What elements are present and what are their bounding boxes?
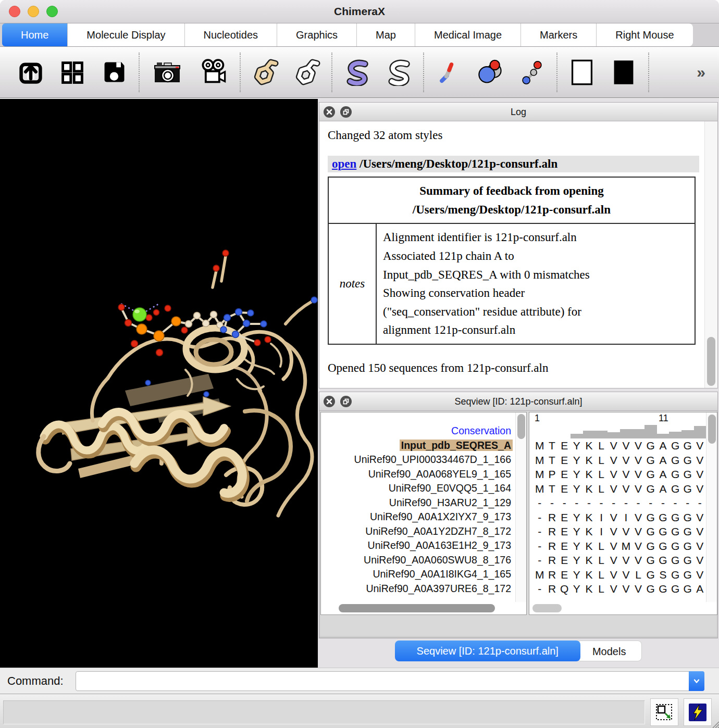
ball-and-stick-style-button[interactable] — [517, 54, 547, 91]
residue-cell[interactable]: K — [583, 553, 596, 568]
residue-cell[interactable]: G — [669, 568, 681, 582]
residue-cell[interactable]: V — [608, 482, 620, 496]
residue-cell[interactable]: Y — [571, 568, 583, 582]
names-vscroll-thumb[interactable] — [517, 414, 525, 439]
residue-cell[interactable]: Y — [571, 453, 583, 468]
sequence-name-row[interactable]: UniRef90_A0A397URE6_8_172 — [321, 582, 515, 596]
residue-cell[interactable]: A — [657, 467, 670, 482]
residue-cell[interactable]: V — [620, 453, 633, 468]
zoom-window-button[interactable] — [46, 6, 58, 17]
residue-cell[interactable]: E — [558, 568, 571, 582]
residue-cell[interactable]: G — [644, 482, 657, 496]
log-close-button[interactable] — [324, 106, 335, 118]
residue-cell[interactable]: - — [657, 496, 670, 510]
ribbon-tab-nucleotides[interactable]: Nucleotides — [185, 23, 278, 46]
alignment-pane[interactable]: 1 11 MTEYKLVVVGAGGVMTEYKLVVVGAGGVMPEYKLV… — [529, 412, 717, 615]
residue-cell[interactable]: M — [620, 539, 633, 554]
residue-cell[interactable]: G — [669, 539, 681, 554]
residue-cell[interactable]: - — [632, 496, 644, 510]
toolbar-overflow-button[interactable]: » — [697, 64, 713, 81]
residue-cell[interactable]: V — [608, 524, 620, 539]
residue-cell[interactable]: V — [694, 482, 704, 496]
alignment-row[interactable]: MTEYKLVVVGAGGV — [534, 438, 704, 453]
residue-cell[interactable]: G — [669, 553, 681, 568]
residue-cell[interactable]: V — [608, 453, 620, 468]
show-cartoons-button[interactable] — [342, 54, 372, 91]
sequence-name-row[interactable]: UniRef90_A0A1X2IYX7_9_173 — [321, 510, 515, 524]
residue-cell[interactable]: V — [608, 539, 620, 554]
residue-cell[interactable]: G — [644, 453, 657, 468]
residue-cell[interactable]: E — [558, 510, 571, 525]
sequence-name-row[interactable]: UniRef90_A0A1Y2DZH7_8_172 — [321, 524, 515, 539]
open-file-button[interactable] — [16, 54, 46, 91]
sequence-name[interactable]: UniRef90_E0VQQ5_1_164 — [387, 482, 513, 494]
close-window-button[interactable] — [9, 6, 20, 17]
residue-cell[interactable]: E — [558, 539, 571, 554]
sphere-style-button[interactable] — [475, 54, 505, 91]
names-hscroll-thumb[interactable] — [339, 604, 495, 612]
ribbon-tab-molecule-display[interactable]: Molecule Display — [68, 23, 184, 46]
residue-cell[interactable]: A — [657, 438, 670, 453]
tab-models[interactable]: Models — [576, 641, 642, 661]
log-scrollbar-thumb[interactable] — [707, 337, 715, 386]
sequence-name[interactable]: UniRef90_H3ARU2_1_129 — [388, 497, 513, 508]
alignment-row[interactable]: -REYKLVVVGGGGV — [534, 553, 704, 568]
sequence-name[interactable]: Conservation — [450, 425, 513, 436]
residue-cell[interactable]: E — [558, 467, 571, 482]
residue-cell[interactable]: V — [608, 510, 620, 525]
residue-cell[interactable]: V — [694, 524, 704, 539]
alignment-vertical-scrollbar[interactable] — [706, 412, 717, 602]
stick-style-button[interactable] — [433, 54, 464, 91]
ribbon-tab-graphics[interactable]: Graphics — [277, 23, 357, 46]
sequence-name[interactable]: UniRef90_A0A1Y2DZH7_8_172 — [364, 525, 513, 537]
residue-cell[interactable]: A — [694, 582, 704, 596]
residue-cell[interactable]: L — [595, 482, 608, 496]
sequence-name-row[interactable]: Input_pdb_SEQRES_A — [321, 438, 515, 453]
residue-cell[interactable]: L — [595, 453, 608, 468]
residue-cell[interactable]: V — [620, 553, 633, 568]
residue-cell[interactable]: V — [694, 568, 704, 582]
residue-cell[interactable]: G — [669, 510, 681, 525]
residue-cell[interactable]: V — [620, 467, 633, 482]
white-background-button[interactable] — [567, 54, 597, 91]
sequence-name[interactable]: UniRef90_A0A068YEL9_1_165 — [367, 468, 513, 480]
ribbon-tab-map[interactable]: Map — [357, 23, 415, 46]
ribbon-tab-right-mouse[interactable]: Right Mouse — [597, 23, 692, 46]
residue-cell[interactable]: G — [644, 438, 657, 453]
residue-cell[interactable]: V — [620, 524, 633, 539]
residue-cell[interactable]: V — [608, 582, 620, 596]
residue-cell[interactable]: G — [644, 568, 657, 582]
residue-cell[interactable]: G — [669, 453, 681, 468]
residue-cell[interactable]: T — [546, 453, 559, 468]
residue-cell[interactable]: V — [694, 438, 704, 453]
residue-cell[interactable]: A — [657, 482, 670, 496]
residue-cell[interactable]: V — [608, 467, 620, 482]
sequence-name[interactable]: UniRef90_UPI000334467D_1_166 — [353, 454, 513, 465]
residue-cell[interactable]: G — [681, 453, 694, 468]
residue-cell[interactable]: M — [534, 467, 546, 482]
residue-cell[interactable]: K — [583, 582, 596, 596]
residue-cell[interactable]: G — [657, 510, 670, 525]
residue-cell[interactable]: L — [632, 568, 644, 582]
minimize-window-button[interactable] — [28, 6, 39, 17]
record-movie-button[interactable] — [197, 54, 230, 91]
residue-cell[interactable]: Y — [571, 438, 583, 453]
residue-cell[interactable]: V — [632, 539, 644, 554]
residue-cell[interactable]: M — [534, 438, 546, 453]
ribbon-tab-markers[interactable]: Markers — [521, 23, 597, 46]
residue-cell[interactable]: G — [644, 582, 657, 596]
command-history-dropdown-button[interactable] — [689, 671, 704, 691]
residue-cell[interactable]: Y — [571, 539, 583, 554]
residue-cell[interactable]: L — [595, 582, 608, 596]
residue-cell[interactable]: G — [644, 467, 657, 482]
residue-cell[interactable]: I — [620, 510, 633, 525]
residue-cell[interactable]: - — [571, 496, 583, 510]
residue-cell[interactable]: - — [534, 524, 546, 539]
alignment-hscroll-thumb[interactable] — [532, 604, 562, 612]
sequence-name-row[interactable]: UniRef90_A0A1I8IKG4_1_165 — [321, 567, 515, 582]
sequence-name-row[interactable]: UniRef90_H3ARU2_1_129 — [321, 496, 515, 510]
residue-cell[interactable]: Y — [571, 510, 583, 525]
open-command-link[interactable]: open — [332, 157, 356, 170]
residue-cell[interactable]: G — [669, 467, 681, 482]
sequence-name[interactable]: UniRef90_A0A1I8IKG4_1_165 — [371, 568, 513, 580]
